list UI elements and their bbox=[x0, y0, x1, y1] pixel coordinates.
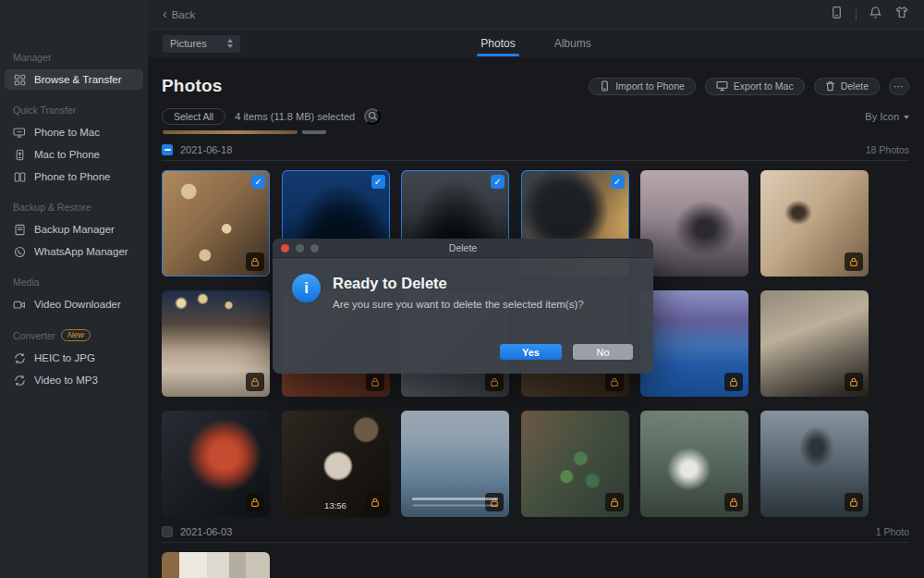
selected-checkbox[interactable]: ✓ bbox=[251, 175, 265, 189]
lock-icon bbox=[724, 493, 743, 511]
group-photo-count: 18 Photos bbox=[866, 144, 909, 155]
lock-icon bbox=[485, 373, 504, 391]
photo-group-header: 2021-06-031 Photo bbox=[162, 524, 909, 543]
sidebar-item-video-downloader[interactable]: Video Downloader bbox=[5, 294, 143, 314]
backup-icon bbox=[13, 223, 26, 236]
sidebar-section-label: Media bbox=[0, 271, 148, 292]
notification-bell-icon[interactable] bbox=[869, 6, 882, 23]
select-all-button[interactable]: Select All bbox=[162, 108, 225, 125]
phone-icon bbox=[600, 80, 610, 92]
chevron-down-icon bbox=[904, 116, 909, 119]
selection-status: 4 items (11.8 MB) selected bbox=[235, 111, 355, 122]
back-button[interactable]: ‹ Back bbox=[163, 8, 195, 20]
sidebar-section-label: Quick Transfer bbox=[0, 99, 148, 120]
photo-sticker-phone[interactable] bbox=[521, 411, 629, 517]
sidebar-item-label: Phone to Phone bbox=[34, 171, 111, 182]
new-badge: New bbox=[61, 329, 91, 341]
sidebar-item-phone-to-phone[interactable]: Phone to Phone bbox=[5, 166, 143, 187]
back-label: Back bbox=[172, 9, 196, 20]
sidebar-item-label: HEIC to JPG bbox=[34, 352, 95, 363]
yes-button[interactable]: Yes bbox=[500, 344, 562, 360]
photo-rocky-peak[interactable] bbox=[760, 290, 869, 397]
tab-albums[interactable]: Albums bbox=[553, 31, 593, 56]
sidebar-item-backup-manager[interactable]: Backup Manager bbox=[5, 219, 143, 240]
sidebar-section: Quick TransferPhone to MacMac to PhonePh… bbox=[0, 99, 148, 187]
sidebar-item-label: Backup Manager bbox=[34, 224, 115, 235]
photo-mountain-lake[interactable] bbox=[640, 290, 748, 397]
sidebar-item-label: Video Downloader bbox=[34, 299, 121, 310]
scrolled-photo-slivers bbox=[162, 130, 909, 135]
dialog-titlebar[interactable]: Delete bbox=[273, 239, 653, 258]
monitor-icon bbox=[716, 80, 728, 92]
sidebar-item-whatsapp-manager[interactable]: WhatsApp Manager bbox=[5, 241, 143, 262]
photo-wooden-interior[interactable] bbox=[162, 552, 270, 578]
photo-cyclist[interactable] bbox=[640, 170, 748, 277]
sidebar-item-browse-transfer[interactable]: Browse & Transfer bbox=[5, 69, 143, 90]
photo-market-lights[interactable] bbox=[162, 290, 270, 397]
sidebar-section-label: Backup & Restore bbox=[0, 196, 148, 217]
source-select-value: Pictures bbox=[170, 38, 207, 49]
search-button[interactable] bbox=[364, 108, 381, 125]
lock-icon bbox=[246, 252, 264, 271]
sidebar-item-mac-to-phone[interactable]: Mac to Phone bbox=[5, 144, 143, 165]
photo-mother-child[interactable] bbox=[640, 411, 748, 517]
sidebar-item-label: WhatsApp Manager bbox=[34, 246, 128, 257]
photo-saturn-planet[interactable]: 13:56 bbox=[282, 411, 390, 517]
group-date: 2021-06-18 bbox=[180, 144, 232, 155]
sidebar-section: MediaVideo Downloader bbox=[0, 271, 148, 314]
delete-button[interactable]: Delete bbox=[814, 78, 880, 95]
lock-icon bbox=[724, 373, 743, 391]
tab-bar: Pictures Photos Albums bbox=[148, 30, 924, 57]
topbar: ‹ Back bbox=[148, 0, 924, 30]
app-window: ManagerBrowse & TransferQuick TransferPh… bbox=[0, 0, 924, 578]
selected-checkbox[interactable]: ✓ bbox=[371, 175, 385, 189]
sidebar-item-label: Video to MP3 bbox=[34, 375, 98, 386]
selected-checkbox[interactable]: ✓ bbox=[611, 175, 625, 189]
dialog-heading: Ready to Delete bbox=[333, 275, 584, 292]
video-downloader-icon bbox=[13, 298, 26, 311]
back-chevron-icon: ‹ bbox=[163, 7, 167, 20]
phone-to-phone-icon bbox=[13, 170, 26, 183]
photo-water-reflection[interactable] bbox=[760, 411, 869, 517]
photo-star-cookies[interactable]: ✓ bbox=[162, 170, 270, 277]
photo-koi-fish[interactable] bbox=[162, 411, 270, 517]
sort-dropdown[interactable]: By Icon bbox=[865, 111, 909, 122]
source-select[interactable]: Pictures bbox=[163, 35, 240, 53]
photo-sliver bbox=[302, 130, 326, 134]
photo-grid bbox=[162, 552, 882, 578]
photo-misty-mountains[interactable] bbox=[401, 411, 509, 517]
group-checkbox[interactable] bbox=[162, 144, 173, 155]
lock-icon bbox=[366, 493, 384, 511]
grid-icon bbox=[13, 73, 26, 86]
lock-icon bbox=[246, 493, 264, 511]
more-actions-button[interactable]: ⋯ bbox=[889, 78, 909, 95]
sidebar-item-label: Browse & Transfer bbox=[34, 74, 122, 85]
lock-icon bbox=[605, 373, 624, 391]
sidebar-item-heic-to-jpg[interactable]: HEIC to JPG bbox=[5, 348, 143, 368]
lock-icon bbox=[366, 373, 384, 391]
sidebar-item-phone-to-mac[interactable]: Phone to Mac bbox=[5, 122, 143, 142]
info-icon: i bbox=[292, 274, 321, 302]
sidebar: ManagerBrowse & TransferQuick TransferPh… bbox=[0, 0, 148, 578]
sidebar-section: ConverterNewHEIC to JPGVideo to MP3 bbox=[0, 324, 148, 390]
theme-shirt-icon[interactable] bbox=[894, 6, 909, 23]
search-icon bbox=[368, 110, 378, 124]
dialog-title: Delete bbox=[273, 242, 653, 253]
group-date: 2021-06-03 bbox=[180, 526, 232, 537]
sidebar-item-label: Phone to Mac bbox=[34, 127, 100, 138]
device-icon[interactable] bbox=[830, 6, 844, 23]
export-to-mac-button[interactable]: Export to Mac bbox=[705, 78, 805, 95]
group-checkbox[interactable] bbox=[162, 526, 173, 537]
import-to-phone-button[interactable]: Import to Phone bbox=[589, 78, 696, 95]
topbar-separator bbox=[856, 9, 857, 20]
sidebar-item-video-to-mp3[interactable]: Video to MP3 bbox=[5, 370, 143, 390]
whatsapp-icon bbox=[13, 245, 26, 258]
photo-sliver bbox=[163, 130, 298, 134]
no-button[interactable]: No bbox=[573, 344, 633, 360]
tab-photos[interactable]: Photos bbox=[479, 31, 517, 56]
group-photo-count: 1 Photo bbox=[876, 526, 909, 537]
sidebar-item-label: Mac to Phone bbox=[34, 149, 100, 160]
photo-cat-closeup[interactable] bbox=[760, 170, 869, 277]
selected-checkbox[interactable]: ✓ bbox=[491, 175, 505, 189]
updown-arrows-icon bbox=[227, 39, 233, 48]
